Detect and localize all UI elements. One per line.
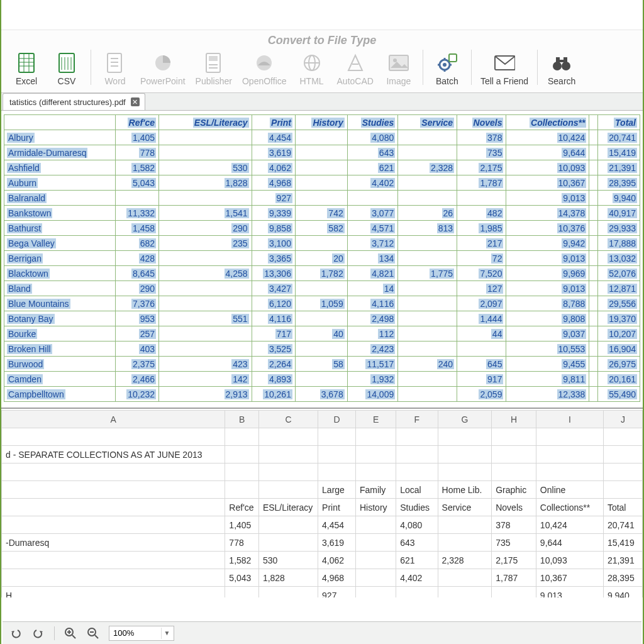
grid-cell[interactable] — [492, 446, 536, 464]
grid-cell[interactable] — [396, 446, 438, 464]
grid-cell[interactable] — [356, 446, 396, 464]
grid-cell[interactable] — [225, 428, 259, 446]
grid-cell[interactable] — [2, 552, 225, 569]
grid-cell[interactable] — [258, 446, 318, 464]
grid-cell[interactable]: Collections** — [536, 499, 603, 516]
table-row[interactable]: 1,5825304,0626212,3282,17510,09321,391 — [2, 552, 643, 569]
grid-cell[interactable]: 927 — [318, 587, 356, 598]
grid-cell[interactable] — [536, 464, 603, 481]
table-row[interactable]: -Dumaresq7783,6196437359,64415,419 — [2, 534, 643, 552]
table-row[interactable]: Campbelltown10,2322,91310,2613,67814,009… — [4, 387, 640, 402]
table-row[interactable]: 1,4054,4544,08037810,42420,741 — [2, 516, 643, 534]
grid-cell[interactable]: 10,093 — [536, 552, 603, 569]
pdf-preview-pane[interactable]: Ref'ceESL/LiteracyPrintHistoryStudiesSer… — [1, 111, 643, 409]
grid-cell[interactable] — [258, 516, 318, 534]
grid-cell[interactable] — [318, 428, 356, 446]
grid-cell[interactable] — [225, 587, 259, 598]
grid-cell[interactable]: 2,175 — [492, 552, 536, 569]
grid-cell[interactable] — [225, 446, 259, 464]
grid-cell[interactable] — [438, 428, 492, 446]
table-row[interactable]: Albury1,4054,4544,08037810,42420,741 — [4, 130, 640, 145]
grid-cell[interactable]: 778 — [225, 534, 259, 552]
grid-cell[interactable] — [225, 464, 259, 481]
grid-cell[interactable]: 5,043 — [225, 569, 259, 587]
grid-cell[interactable] — [603, 481, 642, 499]
grid-cell[interactable] — [2, 464, 225, 481]
grid-cell[interactable] — [603, 446, 642, 464]
grid-cell[interactable] — [225, 481, 259, 499]
grid-cell[interactable] — [318, 446, 356, 464]
grid-cell[interactable]: 10,424 — [536, 516, 603, 534]
grid-cell[interactable] — [536, 428, 603, 446]
grid-cell[interactable]: Novels — [492, 499, 536, 516]
grid-cell[interactable] — [356, 587, 396, 598]
grid-cell[interactable] — [2, 569, 225, 587]
table-row[interactable]: Camden2,4661424,8931,9329179,81120,161 — [4, 372, 640, 387]
grid-cell[interactable] — [438, 534, 492, 552]
grid-cell[interactable] — [492, 428, 536, 446]
column-letter[interactable]: A — [2, 411, 225, 428]
table-row[interactable]: Armidale-Dumaresq7783,6196437359,64415,4… — [4, 145, 640, 160]
table-row[interactable]: Berrigan4283,36520134729,01313,032 — [4, 251, 640, 266]
grid-cell[interactable]: 643 — [396, 534, 438, 552]
grid-cell[interactable]: 4,454 — [318, 516, 356, 534]
zoom-in-button[interactable] — [64, 626, 77, 640]
table-row[interactable]: Bega Valley6822353,1003,7122179,94217,88… — [4, 236, 640, 251]
table-row[interactable]: Broken Hill4033,5252,42310,55316,904 — [4, 341, 640, 357]
table-row[interactable]: Ashfield1,5825304,0626212,3282,17510,093… — [4, 160, 640, 175]
grid-cell[interactable] — [396, 464, 438, 481]
grid-cell[interactable]: Service — [438, 499, 492, 516]
grid-cell[interactable] — [492, 587, 536, 598]
undo-button[interactable] — [9, 626, 23, 640]
excel-button[interactable]: Excel — [6, 50, 47, 89]
grid-cell[interactable] — [396, 428, 438, 446]
zoom-out-button[interactable] — [86, 626, 100, 640]
table-row[interactable]: Balranald9279,0139,940 — [4, 191, 640, 206]
grid-cell[interactable]: 621 — [396, 552, 438, 569]
column-letter[interactable]: B — [225, 411, 259, 428]
table-row[interactable]: Bankstown11,3321,5419,3397423,0772648214… — [4, 206, 640, 221]
grid-cell[interactable] — [356, 516, 396, 534]
grid-cell[interactable] — [258, 587, 318, 598]
grid-cell[interactable] — [356, 428, 396, 446]
redo-button[interactable] — [31, 626, 45, 640]
grid-cell[interactable] — [492, 464, 536, 481]
table-row[interactable]: Blue Mountains7,3766,1201,0594,1162,0978… — [4, 296, 640, 311]
grid-cell[interactable]: 735 — [492, 534, 536, 552]
table-row[interactable] — [2, 464, 643, 481]
grid-cell[interactable]: Online — [536, 481, 603, 499]
grid-cell[interactable] — [438, 464, 492, 481]
table-row[interactable]: d - SEPARATE COLLECTIONS AS AT JUNE 2013 — [2, 446, 643, 464]
grid-cell[interactable]: 530 — [258, 552, 318, 569]
document-tab[interactable]: tatistics (different structures).pdf ✕ — [3, 93, 145, 110]
grid-cell[interactable]: -Dumaresq — [2, 534, 225, 552]
grid-cell[interactable]: 28,395 — [603, 569, 642, 587]
table-row[interactable]: Auburn5,0431,8284,9684,4021,78710,36728,… — [4, 175, 640, 191]
grid-cell[interactable] — [258, 464, 318, 481]
grid-cell[interactable]: 10,367 — [536, 569, 603, 587]
grid-cell[interactable]: H — [2, 587, 225, 598]
grid-cell[interactable]: d - SEPARATE COLLECTIONS AS AT JUNE 2013 — [2, 446, 225, 464]
grid-cell[interactable] — [2, 428, 225, 446]
grid-cell[interactable]: 9,644 — [536, 534, 603, 552]
grid-cell[interactable] — [438, 446, 492, 464]
column-letter[interactable]: F — [396, 411, 438, 428]
grid-cell[interactable]: 20,741 — [603, 516, 642, 534]
table-row[interactable]: Blacktown8,6454,25813,3061,7824,8211,775… — [4, 266, 640, 281]
grid-cell[interactable] — [356, 569, 396, 587]
table-row[interactable]: 5,0431,8284,9684,4021,78710,36728,395 — [2, 569, 643, 587]
grid-cell[interactable]: 9,013 — [536, 587, 603, 598]
batch-button[interactable]: Batch — [427, 50, 467, 89]
grid-cell[interactable]: 1,787 — [492, 569, 536, 587]
grid-cell[interactable]: Graphic — [492, 481, 536, 499]
table-row[interactable]: Bland2903,427141279,01312,871 — [4, 281, 640, 296]
grid-cell[interactable]: 4,402 — [396, 569, 438, 587]
grid-cell[interactable] — [318, 464, 356, 481]
csv-button[interactable]: CSV — [47, 50, 87, 89]
grid-cell[interactable]: Family — [356, 481, 396, 499]
column-letter[interactable]: C — [258, 411, 318, 428]
grid-cell[interactable] — [258, 481, 318, 499]
grid-cell[interactable] — [603, 428, 642, 446]
spreadsheet-output-pane[interactable]: ABCDEFGHIJ d - SEPARATE COLLECTIONS AS A… — [1, 409, 643, 597]
grid-cell[interactable]: 4,968 — [318, 569, 356, 587]
